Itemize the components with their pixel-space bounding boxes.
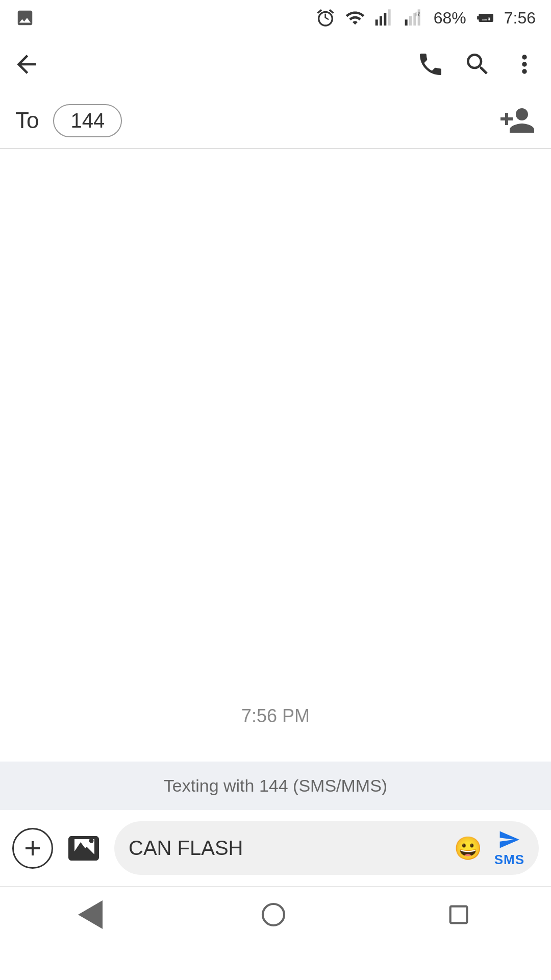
svg-rect-5 [409,16,412,26]
timestamp: 7:56 PM [241,705,310,727]
svg-rect-4 [405,19,407,26]
wifi-icon [345,8,365,28]
svg-rect-10 [479,16,485,19]
back-button[interactable] [12,50,41,79]
message-area: 7:56 PM [0,149,551,762]
nav-back-button[interactable] [78,900,103,929]
svg-rect-0 [375,19,378,26]
nav-bar [0,886,551,942]
texting-notice: Texting with 144 (SMS/MMS) [0,762,551,810]
signal-icon [374,8,395,28]
emoji-button[interactable]: 😀 [454,835,482,862]
nav-home-button[interactable] [259,900,288,929]
svg-rect-3 [388,9,390,26]
search-button[interactable] [463,50,492,79]
svg-rect-1 [380,16,382,26]
time: 7:56 [504,9,536,28]
recipient-chip[interactable]: 144 [53,104,122,137]
phone-button[interactable] [416,50,445,79]
notification-icons [15,8,35,28]
message-input-container: 😀 SMS [114,821,539,875]
add-contact-button[interactable] [499,102,536,139]
top-app-bar [0,36,551,93]
recipient-row: To 144 [0,93,551,149]
svg-rect-14 [450,906,467,923]
svg-rect-11 [488,17,490,18]
battery-percent: 68% [434,9,466,28]
input-row: 😀 SMS [0,810,551,886]
to-label: To [15,108,39,133]
more-options-button[interactable] [510,50,539,79]
svg-point-13 [263,904,284,925]
nav-recent-button[interactable] [444,900,473,929]
alarm-icon [315,8,336,28]
roaming-icon: R [404,8,424,28]
send-label: SMS [494,852,524,868]
media-button[interactable] [63,828,104,869]
recipient-number: 144 [70,109,105,132]
texting-notice-text: Texting with 144 (SMS/MMS) [164,776,387,795]
add-button[interactable] [12,828,53,869]
svg-rect-2 [384,13,386,26]
send-button[interactable]: SMS [494,828,524,868]
status-bar: R 68% 7:56 [0,0,551,36]
battery-icon [475,8,495,28]
svg-point-12 [89,838,94,843]
back-triangle-icon [78,900,103,929]
send-icon [498,828,520,851]
message-input[interactable] [129,837,446,860]
svg-text:R: R [415,10,420,18]
